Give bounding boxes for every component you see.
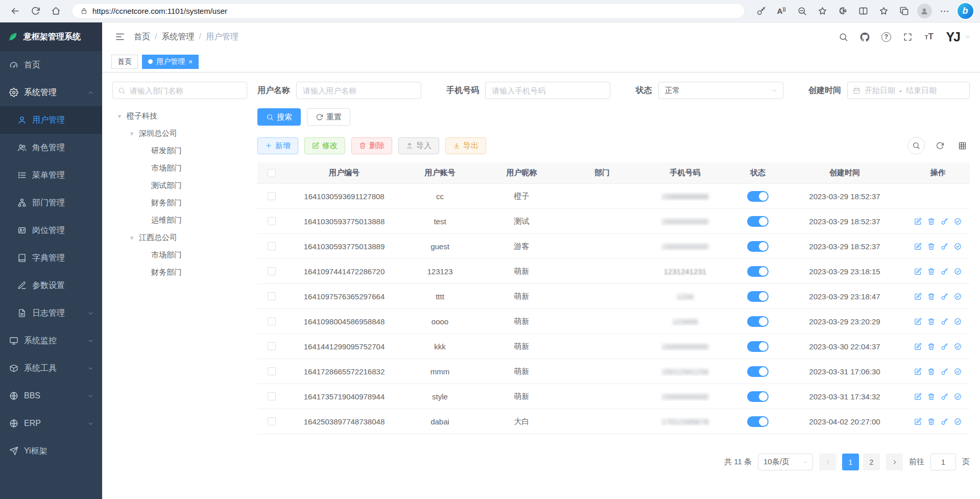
row-checkbox[interactable] xyxy=(268,192,276,200)
tab-user-management[interactable]: 用户管理 × xyxy=(142,55,199,69)
row-checkbox[interactable] xyxy=(268,317,276,325)
goto-page-input[interactable] xyxy=(930,454,956,470)
row-assign-role-icon[interactable] xyxy=(952,315,964,327)
status-toggle[interactable] xyxy=(747,266,769,277)
row-assign-role-icon[interactable] xyxy=(952,215,964,227)
sidebar-item-dept[interactable]: 部门管理 xyxy=(0,189,102,217)
row-checkbox[interactable] xyxy=(268,392,276,400)
prev-page-button[interactable] xyxy=(819,454,836,470)
browser-key-button[interactable] xyxy=(752,3,770,20)
row-edit-icon[interactable] xyxy=(912,240,924,252)
page-button-1[interactable]: 1 xyxy=(842,454,859,470)
modify-button[interactable]: 修改 xyxy=(304,137,345,154)
tree-node[interactable]: 财务部门 xyxy=(112,194,247,211)
caret-down-icon[interactable]: ▾ xyxy=(128,130,136,137)
sidebar-item-yi[interactable]: Yi框架 xyxy=(0,437,102,465)
username-input[interactable] xyxy=(296,82,421,99)
status-toggle[interactable] xyxy=(747,241,769,252)
row-checkbox[interactable] xyxy=(268,342,276,350)
help-button[interactable]: ? xyxy=(877,28,895,45)
browser-menu-button[interactable]: ⋯ xyxy=(936,3,953,20)
collections-button[interactable] xyxy=(895,3,913,20)
browser-home-button[interactable] xyxy=(47,3,64,20)
user-avatar[interactable]: YJ xyxy=(946,30,960,44)
row-reset-password-icon[interactable] xyxy=(939,215,951,227)
export-button[interactable]: 导出 xyxy=(445,137,486,154)
row-edit-icon[interactable] xyxy=(912,315,924,327)
row-reset-password-icon[interactable] xyxy=(939,240,951,252)
row-delete-icon[interactable] xyxy=(925,240,938,252)
fullscreen-button[interactable] xyxy=(899,28,916,45)
row-reset-password-icon[interactable] xyxy=(939,265,951,277)
next-page-button[interactable] xyxy=(886,454,903,470)
browser-refresh-button[interactable] xyxy=(27,3,44,20)
row-delete-icon[interactable] xyxy=(925,315,938,327)
row-assign-role-icon[interactable] xyxy=(952,265,964,277)
status-toggle[interactable] xyxy=(747,391,769,402)
tree-node[interactable]: 研发部门 xyxy=(112,142,247,159)
extensions-button[interactable] xyxy=(834,3,851,20)
caret-down-icon[interactable]: ▾ xyxy=(115,112,124,120)
phone-input[interactable] xyxy=(485,82,610,99)
status-toggle[interactable] xyxy=(747,291,769,302)
sidebar-item-role[interactable]: 角色管理 xyxy=(0,134,102,161)
add-button[interactable]: 新增 xyxy=(257,137,298,154)
row-edit-icon[interactable] xyxy=(912,415,924,427)
status-toggle[interactable] xyxy=(747,341,769,352)
tree-node[interactable]: 测试部门 xyxy=(112,177,247,194)
row-delete-icon[interactable] xyxy=(925,340,938,352)
browser-zoom-button[interactable] xyxy=(793,3,810,20)
app-logo[interactable]: 意框架管理系统 xyxy=(0,22,102,51)
browser-back-button[interactable] xyxy=(6,3,23,20)
row-reset-password-icon[interactable] xyxy=(939,290,951,302)
tab-home[interactable]: 首页 xyxy=(111,55,138,69)
row-reset-password-icon[interactable] xyxy=(939,340,951,352)
row-assign-role-icon[interactable] xyxy=(952,365,964,377)
status-toggle[interactable] xyxy=(747,216,769,227)
chevron-down-icon[interactable] xyxy=(965,34,971,40)
row-delete-icon[interactable] xyxy=(925,415,938,427)
address-bar[interactable]: https://ccnetcore.com:1101/system/user xyxy=(71,3,745,19)
sidebar-item-tools[interactable]: 系统工具 xyxy=(0,354,102,382)
tree-node[interactable]: 运维部门 xyxy=(112,211,247,229)
bing-button[interactable]: b xyxy=(957,3,974,20)
read-aloud-button[interactable]: A)) xyxy=(773,3,790,20)
row-delete-icon[interactable] xyxy=(925,290,938,302)
row-checkbox[interactable] xyxy=(268,267,276,275)
sidebar-item-post[interactable]: 岗位管理 xyxy=(0,217,102,244)
breadcrumb-home[interactable]: 首页 xyxy=(134,32,150,42)
row-assign-role-icon[interactable] xyxy=(952,415,964,427)
row-checkbox[interactable] xyxy=(268,367,276,375)
select-all-checkbox[interactable] xyxy=(268,169,276,177)
row-delete-icon[interactable] xyxy=(925,215,938,227)
collapse-sidebar-button[interactable] xyxy=(111,28,129,45)
tree-node[interactable]: ▾江西总公司 xyxy=(112,229,247,246)
tree-node[interactable]: ▾深圳总公司 xyxy=(112,125,247,142)
tree-node[interactable]: ▾橙子科技 xyxy=(112,107,247,125)
row-assign-role-icon[interactable] xyxy=(952,390,964,402)
favorites-button[interactable] xyxy=(875,3,892,20)
breadcrumb-system[interactable]: 系统管理 xyxy=(161,32,194,42)
page-button-2[interactable]: 2 xyxy=(863,454,880,470)
row-edit-icon[interactable] xyxy=(912,215,924,227)
row-edit-icon[interactable] xyxy=(912,340,924,352)
row-reset-password-icon[interactable] xyxy=(939,365,951,377)
sidebar-item-system[interactable]: 系统管理 xyxy=(0,79,102,106)
tree-node[interactable]: 市场部门 xyxy=(112,246,247,264)
row-checkbox[interactable] xyxy=(268,417,276,425)
date-range-picker[interactable]: 开始日期 - 结束日期 xyxy=(847,82,970,99)
reset-button[interactable]: 重置 xyxy=(307,108,350,126)
row-checkbox[interactable] xyxy=(268,242,276,250)
page-size-select[interactable]: 10条/页 xyxy=(758,454,813,470)
row-assign-role-icon[interactable] xyxy=(952,240,964,252)
status-toggle[interactable] xyxy=(747,416,769,427)
caret-down-icon[interactable]: ▾ xyxy=(128,234,136,242)
font-size-button[interactable]: TT xyxy=(920,28,938,45)
sidebar-item-menu[interactable]: 菜单管理 xyxy=(0,161,102,189)
sidebar-item-bbs[interactable]: BBS xyxy=(0,382,102,410)
github-button[interactable] xyxy=(856,28,873,45)
row-checkbox[interactable] xyxy=(268,217,276,225)
sidebar-item-user[interactable]: 用户管理 xyxy=(0,106,102,134)
row-edit-icon[interactable] xyxy=(912,265,924,277)
show-search-toggle-button[interactable] xyxy=(907,137,925,154)
